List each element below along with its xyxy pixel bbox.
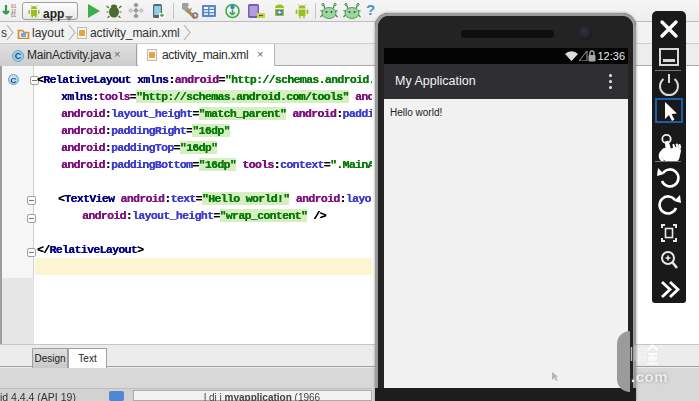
svg-text:01: 01 [11, 13, 17, 18]
